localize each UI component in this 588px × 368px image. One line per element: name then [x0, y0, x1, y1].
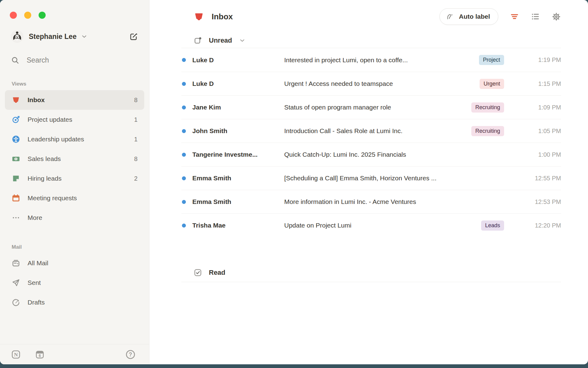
unread-dot-icon — [182, 200, 186, 204]
email-subject: Update on Project Lumi — [284, 222, 481, 229]
sidebar-item-inbox[interactable]: Inbox8 — [5, 90, 144, 110]
filter-icon[interactable] — [510, 12, 519, 21]
email-subject: Interested in project Lumi, open to a co… — [284, 56, 479, 64]
unread-group-label: Unread — [209, 36, 232, 44]
email-row[interactable]: Jane KimStatus of open program manager r… — [181, 95, 561, 119]
close-window-button[interactable] — [10, 12, 17, 19]
sidebar-item-more[interactable]: More — [5, 208, 144, 228]
target-icon — [12, 115, 20, 124]
compose-button[interactable] — [129, 32, 138, 41]
read-group-header[interactable]: Read — [181, 263, 561, 282]
note-icon — [12, 174, 20, 183]
sidebar-item-label: More — [28, 214, 42, 221]
sidebar-item-leadership-updates[interactable]: Leadership updates1 — [5, 129, 144, 149]
email-time: 12:53 PM — [524, 198, 561, 205]
calendar-icon — [12, 194, 20, 202]
zoom-window-button[interactable] — [39, 12, 46, 19]
sidebar-item-drafts[interactable]: Drafts — [5, 293, 144, 312]
unread-section: Unread Luke DInterested in project Lumi,… — [181, 33, 561, 237]
chevron-down-icon[interactable] — [239, 37, 246, 44]
unread-indicator-column — [181, 58, 192, 62]
unread-indicator-column — [181, 82, 192, 86]
help-icon[interactable]: ? — [125, 349, 136, 360]
accessibility-icon — [12, 135, 20, 144]
unread-dot-icon — [182, 153, 186, 157]
sparkle-wand-icon — [446, 12, 454, 21]
email-time: 1:00 PM — [524, 151, 561, 158]
sidebar-item-label: Hiring leads — [28, 175, 62, 182]
svg-text:N: N — [14, 352, 18, 358]
avatar[interactable] — [11, 30, 23, 43]
unread-group-header[interactable]: Unread — [181, 33, 561, 48]
unread-dot-icon — [182, 58, 186, 62]
main-header: Inbox Auto label — [181, 8, 561, 25]
email-sender: Luke D — [192, 80, 284, 87]
email-sender: Tangerine Investme... — [192, 151, 284, 158]
email-row[interactable]: Emma SmithMore information in Lumi Inc. … — [181, 190, 561, 213]
unread-dot-icon — [182, 105, 186, 109]
account-name[interactable]: Stephanie Lee — [29, 33, 77, 41]
search-button[interactable]: Search — [0, 56, 149, 64]
email-subject: Urgent ! Access needed to teamspace — [284, 80, 480, 87]
unread-indicator-column — [181, 200, 192, 204]
sidebar-item-list: Inbox8Project updates1Leadership updates… — [0, 90, 149, 228]
email-sender: Emma Smith — [192, 174, 284, 182]
svg-text:6: 6 — [39, 353, 41, 358]
inbox-icon — [12, 96, 20, 104]
email-tag-badge: Recruiting — [471, 126, 504, 136]
page-title: Inbox — [212, 12, 233, 21]
sidebar-item-label: Meeting requests — [28, 194, 77, 202]
email-row[interactable]: John SmithIntroduction Call - Sales Role… — [181, 119, 561, 143]
unread-indicator-column — [181, 153, 192, 157]
unread-count-badge: 8 — [134, 155, 138, 163]
inbox-header-icon — [194, 11, 204, 22]
sidebar-item-label: All Mail — [28, 259, 48, 267]
sidebar-item-project-updates[interactable]: Project updates1 — [5, 110, 144, 129]
email-tag-badge: Recruiting — [471, 102, 504, 113]
calendar-day-icon[interactable]: 6 — [35, 350, 45, 359]
auto-label-text: Auto label — [459, 13, 490, 20]
email-row[interactable]: Luke DInterested in project Lumi, open t… — [181, 48, 561, 72]
sidebar-item-meeting-requests[interactable]: Meeting requests — [5, 188, 144, 208]
banknote-icon — [12, 155, 20, 163]
minimize-window-button[interactable] — [24, 12, 31, 19]
email-time: 1:09 PM — [524, 104, 561, 111]
unread-indicator-column — [181, 224, 192, 228]
email-sender: John Smith — [192, 127, 284, 135]
unread-dot-icon — [182, 129, 186, 133]
sidebar-footer: N 6 ? — [0, 344, 149, 364]
email-row[interactable]: Emma Smith[Scheduling a Call] Emma Smith… — [181, 166, 561, 190]
email-subject: Quick Catch-Up: Lumi Inc. 2025 Financial… — [284, 151, 524, 158]
search-icon — [11, 56, 19, 64]
sidebar-item-label: Sent — [28, 279, 41, 286]
email-sender: Jane Kim — [192, 104, 284, 111]
unread-dot-icon — [182, 176, 186, 180]
unread-filter-icon — [194, 36, 202, 45]
unread-count-badge: 1 — [134, 116, 138, 123]
gear-icon[interactable] — [552, 12, 561, 21]
section-label-mail: Mail — [0, 244, 149, 250]
send-icon — [12, 278, 20, 287]
unread-count-badge: 8 — [134, 97, 138, 104]
unread-count-badge: 2 — [134, 175, 138, 182]
list-view-icon[interactable] — [531, 12, 540, 21]
auto-label-button[interactable]: Auto label — [439, 8, 498, 25]
email-time: 12:20 PM — [524, 222, 561, 229]
drafts-icon — [12, 298, 20, 307]
sidebar-item-all-mail[interactable]: All Mail — [5, 253, 144, 273]
sidebar-item-sales-leads[interactable]: Sales leads8 — [5, 149, 144, 169]
sidebar-item-sent[interactable]: Sent — [5, 273, 144, 293]
window-controls — [0, 0, 149, 19]
app-window: Stephanie Lee Search ViewsInbox8Project … — [0, 0, 588, 364]
email-row[interactable]: Luke DUrgent ! Access needed to teamspac… — [181, 72, 561, 95]
email-subject: Status of open program manager role — [284, 104, 471, 111]
mail-list-panel: Inbox Auto label — [149, 0, 588, 364]
sidebar-item-label: Inbox — [28, 96, 45, 104]
email-sender: Luke D — [192, 56, 284, 64]
email-row[interactable]: Tangerine Investme...Quick Catch-Up: Lum… — [181, 143, 561, 166]
notion-logo-icon[interactable]: N — [11, 350, 21, 359]
email-row[interactable]: Trisha MaeUpdate on Project LumiLeads12:… — [181, 213, 561, 237]
unread-indicator-column — [181, 176, 192, 180]
unread-indicator-column — [181, 105, 192, 109]
sidebar-item-hiring-leads[interactable]: Hiring leads2 — [5, 169, 144, 188]
